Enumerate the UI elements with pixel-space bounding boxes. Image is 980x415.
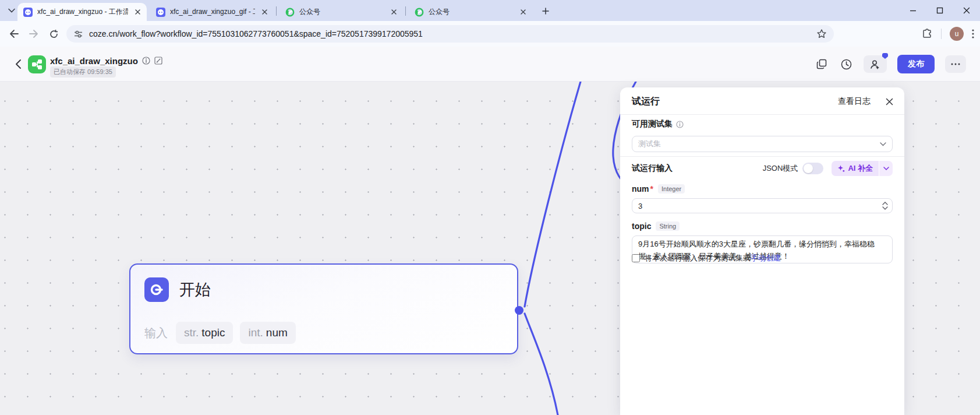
json-mode-toggle[interactable] — [802, 163, 823, 174]
tab-title: 公众号 — [429, 7, 514, 17]
wechat-icon — [415, 8, 424, 17]
bookmark-star-icon[interactable] — [816, 29, 827, 39]
tab-gongzhonghao-1[interactable]: 公众号 — [280, 3, 403, 21]
coze-bot-icon — [156, 8, 165, 17]
panel-divider — [620, 114, 904, 115]
manual-create-link[interactable]: 手动创建 — [751, 254, 781, 262]
profile-avatar[interactable]: u — [950, 27, 964, 41]
required-mark: * — [650, 184, 653, 194]
screen: xfc_ai_draw_xingzuo - 工作流 xfc_ai_draw_xi… — [0, 0, 980, 415]
wechat-icon — [285, 8, 295, 17]
url-text[interactable]: coze.cn/work_flow?workflow_id=7551031062… — [89, 29, 816, 38]
close-window-button[interactable] — [953, 0, 980, 21]
tab-title: xfc_ai_draw_xingzuo_gif - 工作流 — [170, 7, 255, 17]
forward-icon[interactable] — [27, 27, 41, 41]
field-num: num * Integer — [632, 184, 893, 213]
address-bar[interactable]: coze.cn/work_flow?workflow_id=7551031062… — [66, 25, 834, 43]
back-icon[interactable] — [7, 27, 21, 41]
field-topic-type-badge: String — [656, 221, 680, 231]
field-num-name: num — [632, 184, 649, 194]
browser-toolbar: coze.cn/work_flow?workflow_id=7551031062… — [0, 21, 980, 47]
site-settings-icon[interactable] — [73, 29, 83, 39]
node-input-label: 输入 — [144, 325, 168, 341]
ai-complete-button[interactable]: AI 补全 — [832, 161, 893, 176]
save-as-testset-checkbox[interactable] — [632, 254, 640, 262]
back-to-list-icon[interactable] — [13, 58, 23, 70]
tab-search-icon[interactable] — [5, 4, 19, 17]
save-as-testset-row: 将本次运行输入保存为测试集或手动创建 — [632, 253, 781, 263]
param-num: int. num — [240, 322, 295, 344]
ai-complete-dropdown-icon[interactable] — [879, 161, 893, 176]
maximize-button[interactable] — [926, 0, 953, 21]
view-logs-link[interactable]: 查看日志 — [838, 96, 871, 107]
duplicate-icon[interactable] — [815, 57, 829, 71]
browser-tab-strip: xfc_ai_draw_xingzuo - 工作流 xfc_ai_draw_xi… — [0, 0, 980, 21]
tab-workflow-gif[interactable]: xfc_ai_draw_xingzuo_gif - 工作流 — [150, 3, 274, 21]
collaboration-button[interactable] — [864, 55, 887, 73]
field-num-type-badge: Integer — [658, 184, 685, 194]
new-tab-button[interactable] — [539, 5, 552, 17]
num-input[interactable] — [632, 198, 893, 213]
tab-divider — [405, 6, 406, 16]
panel-divider — [620, 156, 904, 157]
toolbar-divider — [941, 29, 942, 39]
info-icon[interactable] — [142, 57, 150, 65]
start-node-output-port[interactable] — [515, 306, 523, 315]
tab-title: xfc_ai_draw_xingzuo - 工作流 — [37, 7, 128, 17]
coze-bot-icon — [23, 8, 33, 17]
test-run-panel: 试运行 查看日志 可用测试集 测试集 试运行 — [620, 87, 904, 415]
tab-gongzhonghao-2[interactable]: 公众号 — [409, 3, 532, 21]
collaboration-badge — [882, 53, 888, 59]
field-topic-name: topic — [632, 221, 651, 231]
toolbar-right: u — [922, 26, 974, 42]
browser-menu-icon[interactable] — [972, 29, 974, 38]
start-node-icon — [144, 277, 169, 302]
testset-label: 可用测试集 — [632, 119, 673, 129]
panel-title: 试运行 — [632, 96, 838, 108]
tab-workflow[interactable]: xfc_ai_draw_xingzuo - 工作流 — [17, 3, 147, 21]
testset-placeholder: 测试集 — [638, 139, 880, 149]
tab-close-icon[interactable] — [518, 8, 528, 17]
minimize-button[interactable] — [900, 0, 926, 21]
workflow-title: xfc_ai_draw_xingzuo — [50, 56, 138, 66]
start-node[interactable]: 开始 输入 str. topic int. num — [129, 263, 518, 354]
testset-info-icon[interactable] — [676, 121, 684, 128]
close-panel-icon[interactable] — [883, 96, 895, 107]
workflow-header: xfc_ai_draw_xingzuo 已自动保存 09:59:35 发布 — [0, 47, 980, 82]
extensions-icon[interactable] — [922, 29, 933, 40]
window-controls — [900, 0, 980, 21]
start-node-title: 开始 — [179, 279, 211, 300]
sparkle-icon — [837, 165, 845, 173]
more-menu-button[interactable] — [945, 55, 966, 73]
reload-icon[interactable] — [47, 27, 61, 41]
chevron-down-icon — [880, 142, 886, 146]
workflow-green-icon — [28, 55, 46, 73]
publish-button[interactable]: 发布 — [897, 55, 935, 73]
json-mode-label: JSON模式 — [763, 163, 798, 174]
testset-select[interactable]: 测试集 — [632, 136, 893, 152]
tab-close-icon[interactable] — [133, 8, 142, 17]
edit-title-icon[interactable] — [154, 57, 162, 65]
tab-close-icon[interactable] — [260, 8, 269, 17]
tab-close-icon[interactable] — [389, 8, 398, 17]
inputs-label: 试运行输入 — [632, 163, 763, 174]
history-icon[interactable] — [839, 57, 853, 71]
tab-divider — [276, 6, 277, 16]
param-topic: str. topic — [176, 322, 233, 344]
number-stepper[interactable] — [882, 200, 889, 212]
tab-title: 公众号 — [299, 7, 384, 17]
autosave-status: 已自动保存 09:59:35 — [50, 66, 116, 78]
save-as-testset-label: 将本次运行输入保存为测试集或 — [645, 254, 751, 262]
